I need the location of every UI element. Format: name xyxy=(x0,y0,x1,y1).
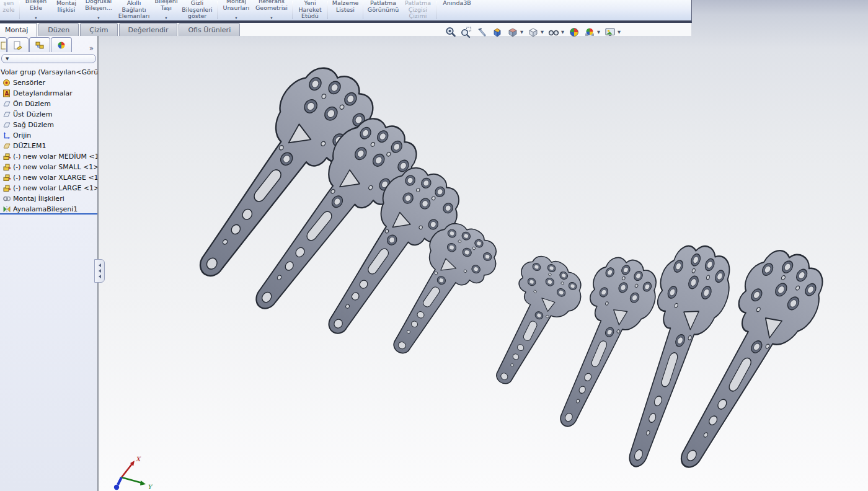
ribbon-button-montaj-unsurlari[interactable]: Montaj Unsurları ▾ xyxy=(219,0,253,20)
triad-y-label: Y xyxy=(148,484,153,490)
ribbon-button-referans-geometrisi[interactable]: Referans Geometrisi ▾ xyxy=(253,0,290,20)
annotations-icon: A xyxy=(2,89,11,97)
dropdown-arrow-icon[interactable]: ▼ xyxy=(597,30,600,35)
command-manager-tabs: Montaj Düzen Çizim Değerlendir Ofis Ürün… xyxy=(0,23,241,36)
ribbon-button-akilli-baglanti[interactable]: Akıllı Bağlantı Elemanları xyxy=(115,0,153,20)
feature-manager-panel: » ▼ Volar grup (Varsayılan<Görüntü Sensö… xyxy=(0,36,97,491)
part-icon xyxy=(2,163,11,171)
plane-icon xyxy=(2,110,11,118)
display-style-icon[interactable] xyxy=(526,26,539,39)
ribbon-separator xyxy=(363,1,363,19)
dropdown-arrow-icon[interactable]: ▾ xyxy=(270,16,272,20)
feature-tree: Volar grup (Varsayılan<Görüntü Sensörler… xyxy=(0,66,97,215)
ribbon-button-montaj-iliskisi[interactable]: Montaj İlişkisi xyxy=(50,0,82,20)
tab-cizim[interactable]: Çizim xyxy=(80,23,117,36)
chevron-down-icon: ▼ xyxy=(6,56,9,61)
heads-up-view-toolbar: ▼ ▼ ▼ ▼ ▼ xyxy=(444,25,621,40)
hide-show-items-icon[interactable] xyxy=(547,26,560,39)
ribbon-button-dogrusal-bilesen[interactable]: Doğrusal Bileşen... ▾ xyxy=(82,0,115,20)
command-manager-ribbon: şen zele Bileşen Ekle ▾ Montaj İlişkisi … xyxy=(0,0,692,23)
ribbon-button-yeni-hareket-etudu[interactable]: Yeni Hareket Etüdü xyxy=(294,0,326,20)
tree-item-sag-duzlem[interactable]: Sağ Düzlem xyxy=(0,120,97,130)
tree-item-assembly-root[interactable]: Volar grup (Varsayılan<Görüntü xyxy=(0,67,97,77)
ribbon-separator xyxy=(436,1,437,19)
tree-item-new-volar-large[interactable]: (-) new volar LARGE <1>->? xyxy=(0,183,97,193)
panel-splitter-handle[interactable] xyxy=(94,259,105,283)
origin-icon xyxy=(2,131,11,139)
ribbon-separator xyxy=(292,1,293,19)
tree-item-new-volar-small[interactable]: (-) new volar SMALL <1>->? xyxy=(0,162,97,172)
tree-item-detaylandirmalar[interactable]: A Detaylandırmalar xyxy=(0,88,97,99)
tab-montaj[interactable]: Montaj xyxy=(0,23,37,37)
apply-scene-icon[interactable] xyxy=(583,26,596,39)
tree-item-duzlem1[interactable]: DÜZLEM1 xyxy=(0,141,97,151)
section-view-icon[interactable] xyxy=(490,26,503,39)
dropdown-arrow-icon[interactable]: ▼ xyxy=(520,30,523,35)
ribbon-button-bilesen-ekle[interactable]: Bileşen Ekle ▾ xyxy=(22,0,50,20)
previous-view-icon[interactable] xyxy=(475,26,488,39)
part-icon xyxy=(2,174,11,182)
ribbon-button-aninda3b[interactable]: Anında3B xyxy=(439,0,475,20)
tab-degerlendir[interactable]: Değerlendir xyxy=(119,23,178,36)
ribbon-button-bileseni-tasi[interactable]: Bileşeni Taşı ▾ xyxy=(153,0,179,20)
dropdown-arrow-icon[interactable]: ▾ xyxy=(165,16,167,20)
dropdown-arrow-icon[interactable]: ▼ xyxy=(541,30,544,35)
dropdown-arrow-icon[interactable]: ▾ xyxy=(235,16,237,20)
plane-feature-icon xyxy=(2,142,11,150)
view-orientation-icon[interactable] xyxy=(506,26,519,39)
part-icon xyxy=(2,184,11,192)
reference-triad: X Y xyxy=(114,456,153,490)
feature-manager-tab[interactable] xyxy=(0,37,7,52)
tab-duzen[interactable]: Düzen xyxy=(38,23,79,36)
edit-appearance-icon[interactable] xyxy=(567,26,580,39)
ribbon-button-patlatma-gorunumu[interactable]: Patlatma Görünümü xyxy=(365,0,401,20)
ribbon-separator xyxy=(327,1,328,19)
mirror-component-icon xyxy=(2,205,11,213)
zoom-to-area-icon[interactable] xyxy=(459,26,472,39)
zoom-to-fit-icon[interactable] xyxy=(444,26,457,39)
svg-text:A: A xyxy=(5,91,9,97)
view-settings-icon[interactable] xyxy=(603,26,616,39)
plane-icon xyxy=(2,100,11,108)
ribbon-button-bilesen-duzenle[interactable]: şen zele xyxy=(0,0,17,20)
sensors-icon xyxy=(2,79,11,87)
tree-item-aynalama-bileseni1[interactable]: AynalamaBileşeni1 xyxy=(0,204,97,215)
panel-tab-strip: » xyxy=(0,36,97,52)
tree-item-new-volar-medium[interactable]: (-) new volar MEDİUM <1>- xyxy=(0,151,97,162)
graphics-area[interactable]: X Y xyxy=(97,0,868,491)
dropdown-arrow-icon[interactable]: ▾ xyxy=(35,16,37,20)
display-manager-tab[interactable] xyxy=(51,37,72,52)
tree-item-orijin[interactable]: Orijin xyxy=(0,130,97,141)
tree-item-montaj-iliskileri[interactable]: Montaj İlişkileri xyxy=(0,193,97,204)
tree-item-new-volar-xlarge[interactable]: (-) new volar XLARGE <1>-> xyxy=(0,172,97,183)
ribbon-button-malzeme-listesi[interactable]: Malzeme Listesi xyxy=(330,0,361,20)
ribbon-separator xyxy=(217,1,218,19)
configuration-manager-tab[interactable] xyxy=(29,37,50,52)
ribbon-button-patlatma-cizgisi-cizimi[interactable]: Patlatma Çizgisi Çizimi xyxy=(401,0,435,20)
tree-item-sensorler[interactable]: Sensörler xyxy=(0,77,97,88)
tab-ofis-urunleri[interactable]: Ofis Ürünleri xyxy=(179,23,240,36)
tree-item-on-duzlem[interactable]: Ön Düzlem xyxy=(0,99,97,109)
dropdown-arrow-icon[interactable]: ▼ xyxy=(561,30,564,35)
plane-icon xyxy=(2,121,11,129)
solidworks-window: { "ribbon": { "dropdown_glyph": "▾", "bu… xyxy=(0,0,868,491)
dropdown-arrow-icon[interactable]: ▼ xyxy=(618,30,621,35)
display-pane-header[interactable]: ▼ xyxy=(1,54,96,63)
tree-item-ust-duzlem[interactable]: Üst Düzlem xyxy=(0,109,97,120)
ribbon-separator xyxy=(19,1,20,19)
triad-x-label: X xyxy=(136,456,141,462)
panel-expand-chevron-icon[interactable]: » xyxy=(89,45,94,52)
part-icon xyxy=(2,153,11,161)
ribbon-button-gizli-bilesenleri-goster[interactable]: Gizli Bileşenleri göster xyxy=(179,0,215,20)
mates-icon xyxy=(2,195,11,203)
dropdown-arrow-icon[interactable]: ▾ xyxy=(97,16,99,20)
property-manager-tab[interactable] xyxy=(7,37,29,52)
